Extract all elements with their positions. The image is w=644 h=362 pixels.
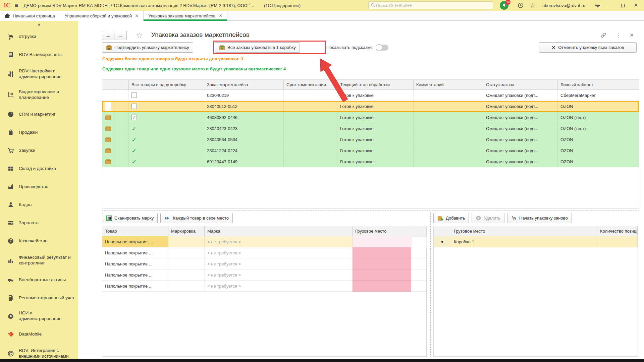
user-account[interactable]: aborovtsova@rdv-it.ru [539, 0, 589, 11]
item-place-cell[interactable] [353, 236, 411, 247]
order-status: Ожидает упаковки (подт... [483, 145, 558, 156]
all-in-one-checkbox[interactable] [131, 104, 137, 109]
svg-text:e: e [11, 93, 13, 95]
notifications-button[interactable]: 14 [499, 0, 509, 11]
item-row[interactable]: Напольное покрытие ... < не требуется > [102, 269, 426, 281]
order-row[interactable]: 023040219 Готов к упаковке Ожидает упако… [102, 90, 639, 101]
order-stage: Готов к упаковке [337, 156, 414, 167]
sidebar-item-warehouse[interactable]: Склад и доставка [0, 160, 78, 178]
sidebar-item-label: Бюджетирование и планирование [19, 89, 76, 101]
sidebar-scroll-up-icon[interactable]: ▲ [0, 21, 78, 27]
sidebar-item-noncurrent-assets[interactable]: Внеоборотные активы [0, 271, 78, 289]
all-in-one-checkbox[interactable] [131, 148, 137, 153]
scan-mark-button[interactable]: Сканировать марку [102, 213, 158, 223]
sidebar-item-rdv-settlements[interactable]: RDV:Взаиморасчеты [0, 46, 78, 64]
header-order[interactable]: Заказ маркетплейса [204, 80, 284, 90]
sidebar-item-purchasing[interactable]: Закупки [0, 141, 78, 160]
item-place-cell[interactable] [353, 281, 411, 292]
delete-icon [476, 215, 481, 221]
item-row[interactable]: Напольное покрытие ... < не требуется > [102, 258, 426, 269]
all-in-one-checkbox[interactable] [131, 115, 137, 120]
main-menu-icon[interactable]: ≡ [15, 2, 18, 9]
favorite-star-icon[interactable]: ☆ [136, 31, 143, 40]
tab-close-icon[interactable]: ✕ [219, 13, 222, 18]
header-all-in-one[interactable]: Все товары в одну коробку [129, 80, 204, 90]
all-in-one-checkbox[interactable] [131, 93, 137, 98]
tab-marketplace-packing[interactable]: Упаковка заказов маркетплейсов ✕ [144, 11, 227, 21]
order-row[interactable]: 46080892-0446 Готов к упаковке Ожидает у… [102, 112, 639, 123]
sidebar-item-shipment[interactable]: отгрузка [0, 27, 78, 46]
sidebar-item-datamobile[interactable]: m DataMobile [0, 325, 78, 343]
more-menu-icon[interactable]: ⋮ [615, 32, 621, 39]
item-row[interactable]: Напольное покрытие ... < не требуется > [102, 281, 426, 292]
header-count[interactable]: Количество позиций [597, 226, 638, 236]
item-row[interactable]: Напольное покрытие ... < не требуется > [102, 236, 426, 247]
restore-button[interactable] [619, 0, 627, 11]
order-account: СберМегаМаркет [558, 90, 639, 101]
sidebar-item-salary[interactable]: Зарплата [0, 214, 78, 232]
header-place[interactable]: Грузовое место [451, 226, 597, 236]
all-in-one-checkbox[interactable] [131, 137, 137, 142]
header-deadline[interactable]: Срок комплектации [284, 80, 337, 90]
close-window-button[interactable]: ✕ [631, 0, 641, 11]
tab-assembly-packing[interactable]: Управление сборкой и упаковкой ✕ [60, 11, 144, 21]
header-status[interactable]: Статус заказа [483, 80, 558, 90]
sidebar-item-finance[interactable]: Финансовый результат и контроллинг [0, 250, 78, 271]
sidebar-item-production[interactable]: Производство [0, 178, 78, 196]
item-place-cell[interactable] [353, 269, 411, 281]
sidebar-item-regulated-accounting[interactable]: Регламентированный учет [0, 289, 78, 307]
all-in-one-checkbox[interactable] [131, 126, 137, 131]
tab-home[interactable]: Начальная страница [0, 11, 60, 21]
sidebar-item-label: Кадры [19, 202, 32, 208]
header-stage[interactable]: Текущий этап обработки [337, 80, 414, 90]
each-item-own-place-button[interactable]: Каждый товар в свое место [160, 213, 233, 223]
vertical-splitter[interactable] [430, 213, 431, 357]
sidebar-item-hr[interactable]: Кадры [0, 196, 78, 214]
item-row[interactable]: Напольное покрытие ... < не требуется > [102, 247, 426, 258]
link-icon[interactable] [600, 32, 607, 39]
header-mark[interactable]: Марка [205, 226, 353, 236]
global-search[interactable] [368, 1, 493, 9]
cancel-all-packing-button[interactable]: ✕ Отменить упаковку всех заказов [539, 42, 637, 53]
item-place-cell[interactable] [353, 258, 411, 269]
header-place[interactable]: Грузовое место [353, 226, 411, 236]
header-account[interactable]: Личный кабинет [558, 80, 639, 90]
tab-close-icon[interactable]: ✕ [135, 13, 139, 18]
minimize-button[interactable]: – [606, 0, 614, 11]
item-place-cell[interactable] [353, 247, 411, 258]
header-comment[interactable]: Комментарий [414, 80, 483, 90]
order-row[interactable]: 23040534-0534 Готов к упаковке Ожидает у… [102, 134, 639, 145]
horizontal-splitter[interactable] [102, 210, 639, 211]
order-row[interactable]: 23041224-0224 Готов к упаковке Ожидает у… [102, 145, 639, 156]
sidebar-item-rdv-admin[interactable]: RDV:Настройки и администрирование [0, 64, 78, 84]
sidebar-item-crm[interactable]: CRM и маркетинг [0, 105, 78, 123]
sidebar-item-budgeting[interactable]: e Бюджетирование и планирование [0, 84, 78, 105]
history-button[interactable] [516, 0, 525, 11]
search-input[interactable] [376, 3, 491, 8]
order-row[interactable]: 23040512-0512 Готов к упаковке Ожидает у… [102, 101, 639, 112]
confirm-packing-button[interactable]: Подтвердить упаковку маркетплейсу [102, 42, 193, 53]
header-product[interactable]: Товар [102, 226, 168, 236]
restart-packing-button[interactable]: Начать упаковку заново [507, 213, 572, 223]
order-row[interactable]: 69123447-0149 Готов к упаковке Ожидает у… [102, 156, 639, 167]
delete-place-button[interactable]: Удалить [472, 213, 504, 223]
place-row[interactable]: Коробка 1 [434, 236, 638, 247]
item-mark: < не требуется > [205, 247, 353, 258]
back-button[interactable]: ← [102, 31, 114, 40]
functions-menu-button[interactable] [593, 0, 602, 11]
order-status: Ожидает упаковки (подт... [483, 112, 558, 123]
sidebar-item-master-data[interactable]: НСИ и администрирование [0, 307, 78, 325]
sidebar-item-rdv-integration[interactable]: RDV: Интеграция с внешними источниками [0, 343, 78, 359]
all-in-one-checkbox[interactable] [131, 159, 137, 164]
sidebar-item-sales[interactable]: Продажи [0, 123, 78, 141]
order-row[interactable]: 23040423-0423 Готов к упаковке Ожидает у… [102, 123, 639, 134]
add-place-button[interactable]: Добавить [433, 213, 469, 223]
sidebar-item-treasury[interactable]: Казначейство [0, 232, 78, 250]
place-name: Коробка 1 [451, 236, 597, 247]
hints-toggle[interactable] [376, 45, 388, 51]
item-edit-cell[interactable] [411, 236, 427, 247]
close-form-icon[interactable]: ✕ [630, 32, 634, 38]
favorites-button[interactable]: ☆ [528, 0, 537, 11]
header-marking[interactable]: Маркировка [168, 226, 205, 236]
forward-button[interactable]: → [114, 31, 127, 40]
